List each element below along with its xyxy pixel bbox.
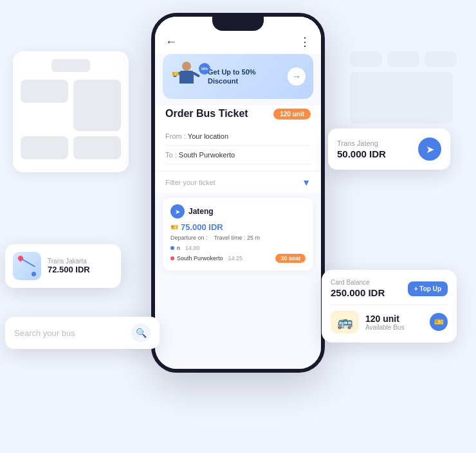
route-section: ➤ Jateng 🎫 75.000 IDR Departure on : Tra… xyxy=(155,193,321,276)
phone-notch xyxy=(212,17,264,31)
ticket-icon: 🎫 xyxy=(170,224,178,231)
jakarta-map-line xyxy=(21,258,35,267)
search-placeholder: Search your bus xyxy=(14,328,75,338)
trans-jakarta-info: Trans Jakarta 72.500 IDR xyxy=(48,258,90,274)
to-value: South Purwokerto xyxy=(179,151,235,159)
trans-jateng-card: Trans Jateng 50.000 IDR ➤ xyxy=(328,129,450,170)
jakarta-map-end xyxy=(32,272,36,276)
phone-content: ← ⋮ 50% 🎫 Get Up to 50% Discount xyxy=(155,17,321,369)
bus-label: Available Bus xyxy=(365,324,430,331)
bus-ticket-icon[interactable]: 🎫 xyxy=(430,313,448,331)
stop-name-2: South Purwokerto xyxy=(177,255,223,262)
form-section: From : Your location To : South Purwoker… xyxy=(155,122,321,170)
balance-label: Card Balance xyxy=(331,279,385,286)
trans-jateng-navigate-icon[interactable]: ➤ xyxy=(418,138,441,161)
bg-block-4 xyxy=(73,136,121,159)
bus-units: 120 unit xyxy=(365,314,430,324)
to-label: To : xyxy=(165,151,179,159)
filter-icon: ▼ xyxy=(302,177,311,188)
bg-text-placeholder xyxy=(51,59,90,72)
banner-arrow-button[interactable]: → xyxy=(288,67,306,85)
bg-decorative-left xyxy=(13,51,129,172)
stop-row-2: South Purwokerto 14.25 30 seat xyxy=(170,253,306,264)
page-title: Order Bus Ticket xyxy=(165,108,248,120)
banner-text: Get Up to 50% Discount xyxy=(203,67,288,86)
stops-list: n 14.00 South Purwokerto 14.25 30 seat xyxy=(170,244,306,264)
seat-badge[interactable]: 30 seat xyxy=(275,254,306,263)
from-value: Your location xyxy=(188,132,228,140)
search-bar[interactable]: Search your bus 🔍 xyxy=(5,317,160,349)
phone-frame: ← ⋮ 50% 🎫 Get Up to 50% Discount xyxy=(151,13,325,373)
travel-label: Travel time : xyxy=(214,235,245,241)
trans-jateng-info: Trans Jateng 50.000 IDR xyxy=(337,139,386,159)
stop-time-2: 14.25 xyxy=(228,255,243,262)
bg-block-2 xyxy=(73,80,121,131)
bg-rect-2 xyxy=(387,51,419,67)
trans-jateng-price: 50.000 IDR xyxy=(337,148,386,159)
route-header: ➤ Jateng xyxy=(170,204,306,218)
route-card[interactable]: ➤ Jateng 🎫 75.000 IDR Departure on : Tra… xyxy=(163,198,313,271)
balance-row: Card Balance 250.000 IDR + Top Up xyxy=(331,279,448,298)
bg-decorative-right xyxy=(350,51,457,123)
discount-banner[interactable]: 50% 🎫 Get Up to 50% Discount → xyxy=(163,54,313,99)
bus-info: 120 unit Available Bus xyxy=(359,314,430,331)
balance-value: 250.000 IDR xyxy=(331,287,385,298)
banner-title: Get Up to 50% Discount xyxy=(208,67,288,86)
search-icon[interactable]: 🔍 xyxy=(131,323,151,342)
trans-jakarta-price: 72.500 IDR xyxy=(48,265,90,274)
stop-time-1: 14.00 xyxy=(185,245,200,251)
topup-button[interactable]: + Top Up xyxy=(408,281,448,296)
departure-label: Departure on : xyxy=(170,235,208,241)
more-options-button[interactable]: ⋮ xyxy=(299,35,311,49)
departure-row: Departure on : Travel time : 25 m xyxy=(170,235,306,241)
bg-rect-3 xyxy=(425,51,457,67)
title-row: Order Bus Ticket 120 unit xyxy=(155,105,321,122)
filter-placeholder-text: Filter your ticket xyxy=(165,179,215,186)
trans-jakarta-map xyxy=(13,252,41,280)
bus-icon-wrap: 🚌 xyxy=(331,310,359,333)
back-button[interactable]: ← xyxy=(165,35,177,49)
bg-rect-big xyxy=(350,72,453,123)
bg-block-3 xyxy=(21,136,68,159)
bus-row: 🚌 120 unit Available Bus 🎫 xyxy=(331,305,448,333)
navigate-icon: ➤ xyxy=(170,204,185,218)
trans-jateng-label: Trans Jateng xyxy=(337,139,386,147)
trans-jakarta-label: Trans Jakarta xyxy=(48,258,90,265)
trans-jakarta-card: Trans Jakarta 72.500 IDR xyxy=(5,244,121,288)
stop-row-1: n 14.00 xyxy=(170,244,306,253)
price-row: 🎫 75.000 IDR xyxy=(170,222,306,232)
stop-name-1: n xyxy=(177,245,180,251)
from-label: From : xyxy=(165,132,188,140)
banner-figure: 50% 🎫 xyxy=(170,60,203,93)
to-field[interactable]: To : South Purwokerto xyxy=(165,146,311,164)
discount-badge: 50% xyxy=(199,63,210,75)
from-field[interactable]: From : Your location xyxy=(165,127,311,146)
filter-row[interactable]: Filter your ticket ▼ xyxy=(155,172,321,193)
travel-time: 25 m xyxy=(247,235,260,241)
unit-badge: 120 unit xyxy=(273,109,311,120)
bus-icon: 🚌 xyxy=(337,314,353,330)
stop-dot-1 xyxy=(170,246,174,250)
route-price: 75.000 IDR xyxy=(181,222,223,232)
route-name: Jateng xyxy=(188,207,214,216)
balance-info: Card Balance 250.000 IDR xyxy=(331,279,385,298)
bg-rect-1 xyxy=(350,51,382,67)
balance-card: Card Balance 250.000 IDR + Top Up 🚌 120 … xyxy=(322,270,457,342)
bg-block-1 xyxy=(21,80,68,103)
stop-dot-2 xyxy=(170,256,174,260)
